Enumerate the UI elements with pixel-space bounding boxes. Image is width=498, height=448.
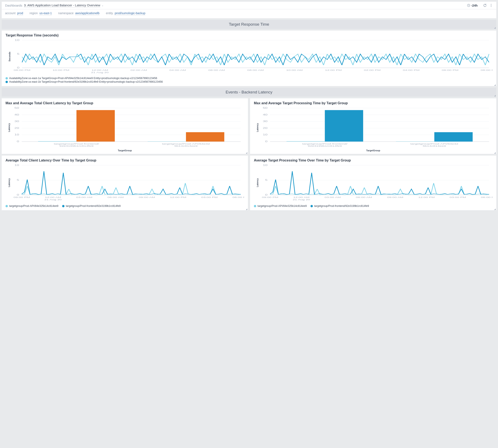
legend-item[interactable]: targetgroup/Prod-frontend/92e3199b1rc814… [311,205,369,208]
filter-entity[interactable]: entity prod/sumologic-backup [106,11,145,15]
time-range-label: -24h [471,4,478,7]
svg-text:08:00 PM: 08:00 PM [14,69,30,71]
svg-text:21 Aug 20: 21 Aug 20 [293,199,310,201]
svg-text:targetgroup/Prod-frontend/: targetgroup/Prod-frontend/ [54,143,99,145]
clock-icon [467,4,470,7]
chart-bar-right[interactable]: Latency 01020304050targetgroup/Prod-fron… [254,106,493,149]
svg-text:02:00 PM: 02:00 PM [364,69,381,71]
legend-dot-icon [62,205,65,207]
panel-line-br: Average Target Processing Time Over Time… [250,156,496,210]
chart-trt-line[interactable]: Seconds 051008:00 PM10:00 PM12:00 AM21 A… [5,39,493,75]
svg-text:09:00 AM: 09:00 AM [139,196,155,198]
svg-text:30: 30 [15,120,19,123]
panel-title: Target Response Time (seconds) [5,33,493,37]
svg-text:targetgroup/Prod-API/84e32: targetgroup/Prod-API/84e32 [410,143,458,145]
svg-text:10:00 PM: 10:00 PM [53,69,69,71]
legend-item[interactable]: AvailabilityZone:us-east-1b TargetGroup=… [5,80,493,83]
filter-account[interactable]: account prod [5,11,23,15]
svg-rect-59 [286,141,325,142]
chart-line-br[interactable]: Latency 051009:00 PM12:00 AM21 Aug 2003:… [254,164,493,202]
legend-item[interactable]: targetgroup/Prod-API/84e325b14c814ee9 [254,205,307,208]
dashboard-title-dropdown[interactable]: 3. AWS Application Load Balancer - Laten… [24,3,100,7]
svg-rect-63 [396,141,434,142]
resize-handle-icon[interactable] [494,152,496,154]
svg-text:92e3199b1rc814fe9: 92e3199b1rc814fe9 [308,145,342,147]
filter-region[interactable]: region us-east-1 [30,11,52,15]
svg-text:12:00 PM: 12:00 PM [418,196,435,198]
svg-text:targetgroup/Prod-frontend/: targetgroup/Prod-frontend/ [302,143,348,145]
panel-bar-left: Max and Average Total Client Latency by … [2,98,248,154]
refresh-icon[interactable] [483,4,487,7]
svg-text:50: 50 [15,107,19,109]
svg-rect-60 [325,110,363,142]
breadcrumb[interactable]: Dashboards [5,4,22,7]
svg-text:0: 0 [265,140,267,143]
svg-text:09:00 AM: 09:00 AM [387,196,403,198]
resize-handle-icon[interactable] [494,208,496,210]
legend-dot-icon [254,205,256,207]
svg-point-3 [491,6,491,7]
svg-text:30: 30 [263,120,268,123]
legend-dot-icon [311,205,313,207]
legend-dot-icon [5,205,8,207]
svg-text:08:00 PM: 08:00 PM [481,69,493,71]
panel-title: Average Target Processing Time Over Time… [254,159,493,162]
section-header-ebl: Events - Backend Latency [2,88,496,97]
kebab-menu-icon[interactable] [489,4,493,7]
section-header-trt: Target Response Time [2,20,496,29]
svg-text:12:00 AM: 12:00 AM [45,196,61,198]
chart-bar-left[interactable]: Latency 01020304050targetgroup/Prod-fron… [5,106,244,149]
chevron-down-icon[interactable]: ⌄ [101,4,103,7]
svg-text:10: 10 [15,134,19,136]
svg-point-1 [491,4,491,5]
svg-text:0: 0 [17,194,19,196]
legend-dot-icon [5,81,8,83]
svg-text:10:00 AM: 10:00 AM [286,69,303,71]
header-bar: Dashboards 3. AWS Application Load Balan… [2,2,496,9]
resize-handle-icon[interactable] [494,27,496,29]
svg-text:10: 10 [15,39,19,41]
svg-text:06:00 PM: 06:00 PM [481,196,493,198]
svg-rect-64 [434,132,473,142]
svg-text:12:00 PM: 12:00 PM [325,69,342,71]
svg-text:5b14c814ee9: 5b14c814ee9 [174,145,198,147]
svg-text:06:00 AM: 06:00 AM [356,196,372,198]
svg-text:40: 40 [263,113,268,116]
legend-dot-icon [5,77,8,80]
svg-text:06:00 AM: 06:00 AM [208,69,225,71]
filters-bar: account prod region us-east-1 namespace … [2,9,496,18]
svg-text:12:00 AM: 12:00 AM [92,69,108,71]
svg-text:40: 40 [15,113,19,116]
filter-namespace[interactable]: namespace aws/applicationelb [58,11,100,15]
svg-text:10: 10 [263,134,268,136]
resize-handle-icon[interactable] [246,152,247,154]
svg-text:12:00 PM: 12:00 PM [170,196,186,198]
svg-text:0: 0 [265,194,267,196]
svg-text:06:00 PM: 06:00 PM [232,196,244,198]
svg-point-2 [491,5,491,6]
svg-text:06:00 AM: 06:00 AM [108,196,124,198]
resize-handle-icon[interactable] [246,208,247,210]
svg-text:20: 20 [15,127,19,129]
chart-line-bl[interactable]: Latency 051009:00 PM12:00 AM21 Aug 2003:… [5,164,244,202]
svg-text:03:00 AM: 03:00 AM [76,196,92,198]
svg-text:02:00 AM: 02:00 AM [131,69,147,71]
legend-item[interactable]: AvailabilityZone:us-east-1a TargetGroup=… [5,77,493,80]
svg-rect-38 [38,141,77,142]
svg-text:21 Aug 20: 21 Aug 20 [91,71,109,74]
dashboard-app: Dashboards 3. AWS Application Load Balan… [2,2,496,210]
panel-target-response-time: Target Response Time (seconds) Seconds 0… [2,31,496,86]
svg-text:5: 5 [265,179,267,181]
resize-handle-icon[interactable] [494,84,496,86]
time-range-selector[interactable]: -24h [467,4,478,7]
svg-text:09:00 PM: 09:00 PM [14,196,30,198]
svg-text:20: 20 [263,127,268,129]
svg-text:10: 10 [15,164,19,166]
svg-text:targetgroup/Prod-API/84e32: targetgroup/Prod-API/84e32 [162,143,210,145]
panel-title: Average Total Client Latency Over Time b… [5,159,244,162]
svg-text:10: 10 [263,164,268,166]
legend-item[interactable]: targetgroup/Prod-frontend/92e3199b1rc814… [62,205,121,208]
svg-text:04:00 PM: 04:00 PM [403,69,419,71]
resize-handle-icon[interactable] [494,95,496,96]
legend-item[interactable]: targetgroup/Prod-API/84e325b14c814ee9 [5,205,58,208]
